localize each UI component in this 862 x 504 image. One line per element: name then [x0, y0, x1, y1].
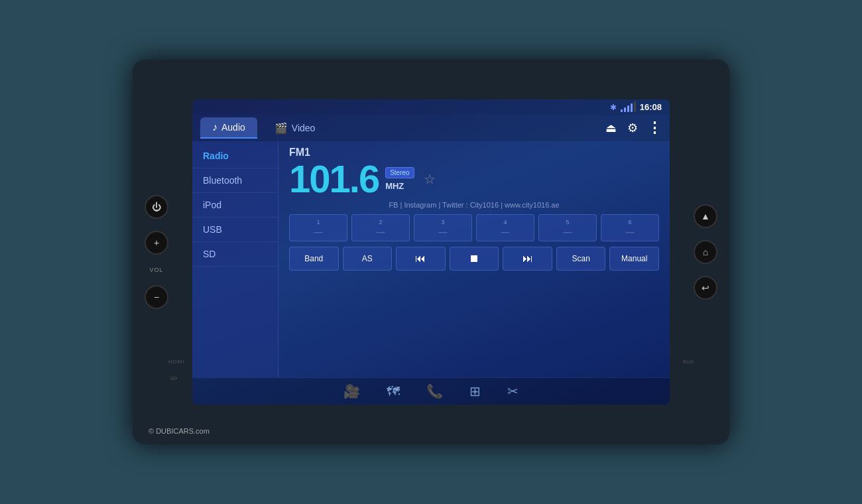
volume-down-button[interactable]: −	[145, 285, 168, 309]
eject-icon[interactable]: ⏏	[605, 121, 617, 135]
sidebar: Radio Bluetooth iPod USB SD	[192, 141, 278, 377]
bottom-nav: 🎥 🗺 📞 ⊞ ✂	[192, 377, 670, 405]
sidebar-item-bluetooth[interactable]: Bluetooth	[192, 168, 278, 193]
band-button[interactable]: Band	[289, 247, 339, 271]
time-display: 16:08	[640, 102, 662, 112]
sidebar-item-usb[interactable]: USB	[192, 218, 278, 242]
preset-6[interactable]: 6 —	[601, 214, 659, 241]
preset-num-2: 2	[379, 219, 382, 225]
preset-num-5: 5	[566, 219, 569, 225]
sidebar-item-ipod[interactable]: iPod	[192, 193, 278, 218]
signal-bar-5	[634, 101, 636, 112]
hdmi-label: HDMI	[168, 359, 184, 365]
signal-bar-2	[624, 107, 626, 112]
preset-5[interactable]: 5 —	[538, 214, 597, 241]
sidebar-item-sd[interactable]: SD	[192, 242, 278, 267]
tab-audio-label: Audio	[221, 122, 245, 133]
preset-2[interactable]: 2 —	[351, 214, 410, 241]
sd-label: SD	[170, 375, 177, 381]
left-controls: ⏻ + VOL −	[145, 195, 168, 309]
preset-dash-2: —	[377, 227, 385, 237]
controls-row: Band AS ⏮ ⏹ ⏭ Scan Manual	[289, 247, 659, 271]
nav-button[interactable]: ▲	[694, 204, 717, 228]
preset-num-4: 4	[503, 219, 507, 225]
audio-icon: ♪	[212, 121, 217, 133]
tab-video-label: Video	[292, 123, 316, 133]
screen: ✱ 16:08 ♪ Audio 🎬 Video ⏏ ⚙	[192, 99, 670, 405]
manual-button[interactable]: Manual	[609, 247, 659, 271]
bottom-grid-icon[interactable]: ⊞	[469, 383, 481, 399]
volume-up-button[interactable]: +	[145, 231, 168, 255]
bottom-phone-icon[interactable]: 📞	[426, 383, 443, 399]
preset-4[interactable]: 4 —	[476, 214, 534, 241]
prev-button[interactable]: ⏮	[396, 247, 446, 271]
preset-dash-4: —	[501, 227, 510, 237]
preset-num-1: 1	[316, 219, 320, 225]
preset-dash-6: —	[626, 227, 635, 237]
frequency-row: 101.6 Stereo MHZ ☆	[289, 160, 659, 198]
signal-bar-3	[627, 105, 629, 112]
bottom-map-icon[interactable]: 🗺	[387, 384, 400, 399]
power-button[interactable]: ⏻	[145, 195, 168, 219]
frequency-display: 101.6	[289, 160, 379, 198]
stop-button[interactable]: ⏹	[450, 247, 499, 271]
car-unit: ⏻ + VOL − ✱ 16:08 ♪ Audio 🎬	[133, 60, 729, 444]
mhz-label: MHZ	[385, 181, 414, 191]
top-nav: ♪ Audio 🎬 Video ⏏ ⚙ ⋮	[192, 115, 670, 141]
bottom-camera-icon[interactable]: 🎥	[343, 383, 360, 399]
right-controls: ▲ ⌂ ↩	[694, 204, 717, 300]
social-text: FB | Instagram | Twitter : City1016 | ww…	[289, 201, 659, 209]
signal-bars	[621, 103, 636, 112]
presets-row: 1 — 2 — 3 — 4 —	[289, 214, 659, 241]
preset-num-3: 3	[441, 219, 444, 225]
home-button[interactable]: ⌂	[694, 240, 717, 264]
sidebar-item-radio[interactable]: Radio	[192, 144, 278, 168]
bottom-tools-icon[interactable]: ✂	[507, 383, 519, 399]
next-button[interactable]: ⏭	[503, 247, 552, 271]
stereo-badge: Stereo	[385, 167, 414, 178]
equalizer-icon[interactable]: ⚙	[627, 121, 637, 135]
preset-3[interactable]: 3 —	[414, 214, 472, 241]
back-button[interactable]: ↩	[694, 276, 717, 300]
preset-num-6: 6	[628, 219, 631, 225]
nav-action-icons: ⏏ ⚙ ⋮	[605, 119, 662, 137]
tab-audio[interactable]: ♪ Audio	[200, 117, 257, 139]
status-bar: ✱ 16:08	[192, 99, 670, 115]
radio-content: FM1 101.6 Stereo MHZ ☆ FB | Instagram | …	[278, 141, 670, 377]
aux-label: AUX	[683, 359, 694, 365]
menu-icon[interactable]: ⋮	[647, 119, 662, 137]
preset-dash-5: —	[564, 227, 572, 237]
preset-dash-3: —	[439, 227, 448, 237]
as-button[interactable]: AS	[343, 247, 393, 271]
bluetooth-icon: ✱	[610, 103, 617, 112]
signal-bar-4	[631, 103, 633, 112]
tab-video[interactable]: 🎬 Video	[263, 118, 328, 139]
preset-dash-1: —	[314, 227, 323, 237]
signal-bar-1	[621, 109, 623, 112]
main-content: Radio Bluetooth iPod USB SD FM1 101.6 St…	[192, 141, 670, 377]
vol-label: VOL	[149, 267, 163, 273]
favorite-star-icon[interactable]: ☆	[424, 171, 436, 187]
freq-right: Stereo MHZ	[385, 167, 414, 191]
watermark: © DUBICARS.com	[149, 427, 210, 435]
preset-1[interactable]: 1 —	[289, 214, 347, 241]
video-icon: 🎬	[275, 122, 288, 135]
scan-button[interactable]: Scan	[556, 247, 606, 271]
